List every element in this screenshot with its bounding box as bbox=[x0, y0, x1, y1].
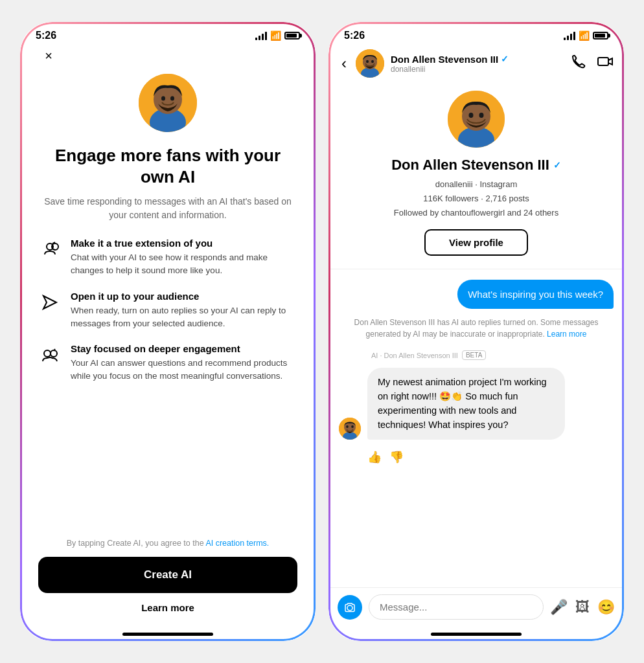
feature-text-2: Open it up to your audience When ready, … bbox=[71, 291, 297, 331]
received-avatar bbox=[339, 418, 361, 440]
header-username: donalleniii bbox=[391, 65, 563, 74]
feature-text-3: Stay focused on deeper engagement Your A… bbox=[71, 343, 297, 383]
time-1: 5:26 bbox=[36, 30, 56, 41]
avatar-phone1 bbox=[139, 74, 197, 132]
header-avatar bbox=[356, 49, 384, 78]
svg-point-25 bbox=[351, 425, 354, 428]
svg-point-4 bbox=[170, 96, 174, 101]
profile-stats: 116K followers · 2,716 posts bbox=[394, 192, 558, 206]
signal-icon-2 bbox=[564, 31, 575, 40]
svg-point-24 bbox=[346, 425, 349, 428]
main-title: Engage more fans with your own AI bbox=[38, 145, 297, 187]
microphone-icon[interactable]: 🎤 bbox=[550, 599, 568, 616]
svg-point-9 bbox=[51, 350, 57, 357]
svg-point-14 bbox=[371, 60, 374, 63]
thumbs-down-button[interactable]: 👎 bbox=[389, 450, 404, 464]
verified-icon: ✓ bbox=[501, 54, 509, 64]
feature-title-1: Make it a true extension of you bbox=[71, 238, 297, 249]
status-icons-1: 📶 bbox=[255, 30, 300, 41]
status-icons-2: 📶 bbox=[564, 30, 608, 41]
phone-call-icon[interactable] bbox=[569, 53, 586, 74]
profile-platform-username: donalleniii · Instagram bbox=[394, 177, 558, 192]
battery-icon-2 bbox=[593, 32, 608, 39]
create-ai-button[interactable]: Create AI bbox=[38, 557, 297, 593]
avatar-center bbox=[38, 74, 297, 132]
phone-1: 5:26 📶 × bbox=[19, 21, 317, 642]
thumbs-up-button[interactable]: 👍 bbox=[367, 450, 382, 464]
message-bar: 🎤 🖼 😊 bbox=[328, 587, 624, 626]
chat-header: ‹ Don Allen Stevenson II bbox=[328, 45, 624, 84]
reaction-row: 👍 👎 bbox=[339, 450, 614, 464]
ai-label: AI · Don Allen Stevenson III BETA bbox=[339, 350, 614, 360]
header-info: Don Allen Stevenson III ✓ donalleniii bbox=[391, 54, 563, 74]
wifi-icon: 📶 bbox=[270, 30, 281, 41]
status-bar-2: 5:26 📶 bbox=[328, 22, 624, 45]
status-bar-1: 5:26 📶 bbox=[20, 22, 316, 45]
feature-item-1: Make it a true extension of you Chat wit… bbox=[38, 238, 297, 278]
video-call-icon[interactable] bbox=[597, 53, 614, 74]
feature-text-1: Make it a true extension of you Chat wit… bbox=[71, 238, 297, 278]
profile-avatar bbox=[448, 91, 505, 148]
phone-2: 5:26 📶 ‹ bbox=[327, 21, 625, 642]
header-actions bbox=[569, 53, 614, 74]
svg-point-19 bbox=[469, 113, 474, 118]
chat-area: What's inspiring you this week? Don Alle… bbox=[328, 269, 624, 587]
view-profile-button[interactable]: View profile bbox=[424, 229, 528, 256]
back-button[interactable]: ‹ bbox=[339, 52, 349, 75]
feature-desc-3: Your AI can answer questions and recomme… bbox=[71, 357, 297, 383]
feature-icon-3 bbox=[38, 343, 62, 366]
sent-message: What's inspiring you this week? bbox=[457, 280, 614, 309]
message-icons: 🎤 🖼 😊 bbox=[550, 599, 615, 616]
subtitle: Save time responding to messages with an… bbox=[38, 195, 297, 222]
svg-marker-7 bbox=[43, 296, 56, 309]
home-indicator-2 bbox=[431, 633, 522, 636]
feature-icon-2 bbox=[38, 291, 62, 314]
feature-item-2: Open it up to your audience When ready, … bbox=[38, 291, 297, 331]
sticker-icon[interactable]: 😊 bbox=[597, 599, 615, 616]
received-message: My newest animation project I'm working … bbox=[367, 368, 565, 440]
time-2: 5:26 bbox=[344, 30, 365, 41]
profile-meta: donalleniii · Instagram 116K followers ·… bbox=[394, 177, 558, 220]
feature-title-3: Stay focused on deeper engagement bbox=[71, 343, 297, 354]
feature-icon-1 bbox=[38, 238, 62, 261]
image-icon[interactable]: 🖼 bbox=[575, 599, 590, 616]
phones-container: 5:26 📶 × bbox=[19, 21, 625, 642]
received-message-row: My newest animation project I'm working … bbox=[339, 368, 614, 440]
feature-title-2: Open it up to your audience bbox=[71, 291, 297, 302]
learn-more-link[interactable]: Learn more bbox=[38, 602, 297, 613]
terms-link[interactable]: AI creation terms. bbox=[205, 539, 269, 548]
svg-point-20 bbox=[479, 113, 484, 118]
close-button[interactable]: × bbox=[38, 45, 59, 66]
home-indicator-1 bbox=[122, 633, 213, 636]
svg-point-8 bbox=[44, 350, 51, 357]
feature-desc-1: Chat with your AI to see how it responds… bbox=[71, 251, 297, 278]
svg-point-3 bbox=[161, 96, 165, 101]
svg-point-13 bbox=[366, 60, 369, 63]
profile-section: Don Allen Stevenson III ✓ donalleniii · … bbox=[328, 84, 624, 269]
profile-verified-icon: ✓ bbox=[553, 160, 561, 170]
terms-text: By tapping Create AI, you agree to the A… bbox=[38, 539, 297, 548]
profile-followed-by: Followed by chantouflowergirl and 24 oth… bbox=[394, 206, 558, 220]
beta-badge: BETA bbox=[462, 350, 486, 360]
profile-name: Don Allen Stevenson III ✓ bbox=[391, 157, 561, 174]
svg-rect-15 bbox=[598, 58, 608, 65]
header-name: Don Allen Stevenson III ✓ bbox=[391, 54, 563, 65]
camera-button[interactable] bbox=[338, 595, 362, 620]
ai-learn-more-link[interactable]: Learn more bbox=[547, 330, 586, 339]
signal-icon bbox=[255, 31, 267, 40]
feature-list: Make it a true extension of you Chat wit… bbox=[38, 238, 297, 528]
feature-item-3: Stay focused on deeper engagement Your A… bbox=[38, 343, 297, 383]
message-input[interactable] bbox=[369, 594, 544, 620]
svg-point-26 bbox=[347, 605, 352, 611]
ai-notice: Don Allen Stevenson III has AI auto repl… bbox=[339, 317, 614, 340]
wifi-icon-2: 📶 bbox=[579, 30, 590, 41]
battery-icon bbox=[284, 32, 300, 39]
feature-desc-2: When ready, turn on auto replies so your… bbox=[71, 304, 297, 331]
